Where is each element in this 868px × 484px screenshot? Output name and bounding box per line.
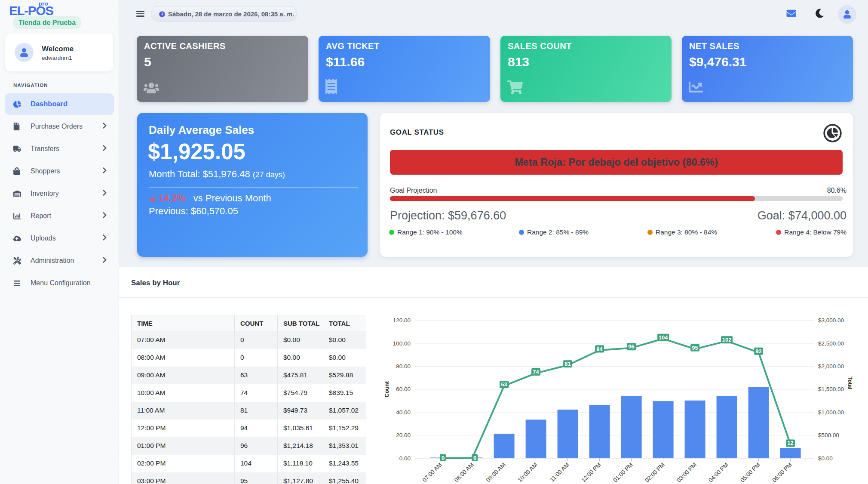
svg-text:96: 96 (628, 343, 634, 350)
svg-text:$0.00: $0.00 (818, 455, 833, 462)
svg-text:11:00 AM: 11:00 AM (549, 462, 570, 483)
svg-text:$2,500.00: $2,500.00 (818, 340, 844, 347)
svg-text:80.00: 80.00 (396, 363, 411, 370)
svg-text:12: 12 (787, 440, 793, 446)
svg-text:100.00: 100.00 (393, 340, 411, 347)
svg-text:104: 104 (659, 334, 668, 341)
svg-text:60.00: 60.00 (396, 386, 411, 392)
svg-text:0: 0 (442, 455, 445, 461)
svg-text:92: 92 (755, 348, 761, 355)
svg-text:40.00: 40.00 (396, 409, 411, 416)
svg-text:12:00 PM: 12:00 PM (580, 462, 602, 484)
svg-text:63: 63 (501, 381, 507, 388)
svg-text:10:00 AM: 10:00 AM (517, 462, 539, 484)
svg-text:07:00 AM: 07:00 AM (421, 462, 443, 484)
svg-text:$500.00: $500.00 (818, 432, 839, 438)
svg-text:08:00 AM: 08:00 AM (453, 462, 475, 484)
svg-text:06:00 PM: 06:00 PM (771, 462, 793, 484)
svg-text:$2,000.00: $2,000.00 (818, 363, 844, 370)
svg-text:Total: Total (847, 376, 853, 389)
svg-text:03:00 PM: 03:00 PM (675, 462, 697, 484)
svg-text:94: 94 (596, 346, 603, 352)
svg-text:0: 0 (473, 455, 476, 461)
svg-text:0.00: 0.00 (399, 455, 411, 462)
svg-text:81: 81 (564, 361, 570, 367)
svg-text:Count: Count (383, 381, 390, 398)
svg-text:120.00: 120.00 (393, 317, 411, 324)
svg-text:$1,000.00: $1,000.00 (818, 409, 844, 416)
svg-text:05:00 PM: 05:00 PM (739, 462, 761, 484)
svg-text:01:00 PM: 01:00 PM (612, 462, 634, 484)
svg-text:20.00: 20.00 (396, 432, 411, 438)
svg-text:09:00 AM: 09:00 AM (485, 462, 507, 484)
svg-text:95: 95 (692, 345, 698, 351)
svg-text:$3,000.00: $3,000.00 (818, 317, 844, 324)
svg-text:$1,500.00: $1,500.00 (818, 386, 844, 392)
svg-text:04:00 PM: 04:00 PM (707, 462, 729, 484)
svg-text:02:00 PM: 02:00 PM (644, 462, 666, 484)
svg-text:74: 74 (533, 369, 539, 375)
svg-text:102: 102 (722, 336, 732, 343)
